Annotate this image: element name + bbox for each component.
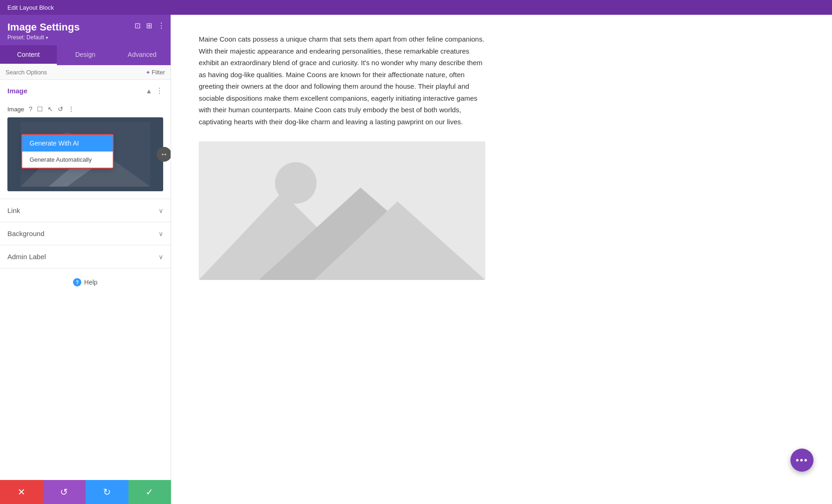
image-section: Image ▲ ⋮ Image ? ☐ ↖ ↺ ⋮ <box>0 80 171 199</box>
image-section-title: Image <box>7 87 27 95</box>
bottom-bar: ✕ ↺ ↻ ✓ <box>0 480 171 504</box>
help-section: ? Help <box>0 268 171 296</box>
columns-icon[interactable]: ⊞ <box>146 21 152 30</box>
image-more-icon[interactable]: ⋮ <box>68 105 74 113</box>
sidebar-header: Image Settings Preset: Default ▾ ⊡ ⊞ ⋮ <box>0 15 171 45</box>
article-text: Maine Coon cats possess a unique charm t… <box>199 33 485 128</box>
expand-icon[interactable]: ⊡ <box>135 21 141 30</box>
tab-advanced[interactable]: Advanced <box>114 45 171 65</box>
top-bar: Edit Layout Block <box>0 0 832 15</box>
main-image-placeholder <box>199 141 485 280</box>
image-section-header[interactable]: Image ▲ ⋮ <box>0 80 171 102</box>
help-circle-icon: ? <box>73 278 81 286</box>
link-chevron-icon: ∨ <box>159 207 163 214</box>
dropdown-menu: Generate With AI Generate Automatically <box>21 134 114 169</box>
admin-label-section-header[interactable]: Admin Label ∨ <box>0 245 171 268</box>
link-section: Link ∨ <box>0 199 171 222</box>
header-icons: ⊡ ⊞ ⋮ <box>135 21 165 30</box>
filter-button[interactable]: + Filter <box>147 69 165 76</box>
background-chevron-icon: ∨ <box>159 230 163 237</box>
tab-content[interactable]: Content <box>0 45 57 65</box>
link-label: Link <box>7 206 20 214</box>
resize-handle[interactable]: ↔ <box>157 147 171 162</box>
admin-label-label: Admin Label <box>7 253 46 261</box>
help-icon[interactable]: ? <box>29 105 32 113</box>
cancel-button[interactable]: ✕ <box>0 480 43 504</box>
more-icon[interactable]: ⋮ <box>158 21 165 30</box>
mobile-icon[interactable]: ☐ <box>37 105 43 113</box>
generate-with-ai-button[interactable]: Generate With AI <box>22 135 113 152</box>
help-label: Help <box>84 279 98 286</box>
image-toolbar: Image ? ☐ ↖ ↺ ⋮ <box>7 105 163 113</box>
image-section-more-icon[interactable]: ⋮ <box>156 86 163 95</box>
background-section: Background ∨ <box>0 222 171 245</box>
sidebar-content: Image ▲ ⋮ Image ? ☐ ↖ ↺ ⋮ <box>0 80 171 504</box>
admin-label-chevron-icon: ∨ <box>159 253 163 261</box>
main-layout: Image Settings Preset: Default ▾ ⊡ ⊞ ⋮ C… <box>0 15 832 504</box>
image-toolbar-label: Image <box>7 106 24 113</box>
undo-button[interactable]: ↺ <box>43 480 86 504</box>
image-section-content: Image ? ☐ ↖ ↺ ⋮ AI ↺ 🗑 <box>0 102 171 199</box>
sidebar-preset[interactable]: Preset: Default ▾ <box>7 34 163 41</box>
tab-design[interactable]: Design <box>57 45 114 65</box>
save-button[interactable]: ✓ <box>128 480 171 504</box>
background-label: Background <box>7 230 44 237</box>
admin-label-section: Admin Label ∨ <box>0 245 171 268</box>
image-section-controls: ▲ ⋮ <box>146 86 163 95</box>
sidebar: Image Settings Preset: Default ▾ ⊡ ⊞ ⋮ C… <box>0 15 171 504</box>
top-bar-title: Edit Layout Block <box>7 4 54 11</box>
select-icon[interactable]: ↖ <box>48 105 53 113</box>
redo-button[interactable]: ↻ <box>86 480 128 504</box>
link-section-header[interactable]: Link ∨ <box>0 199 171 222</box>
collapse-icon[interactable]: ▲ <box>146 87 152 95</box>
search-input[interactable] <box>6 69 143 76</box>
reset-icon[interactable]: ↺ <box>58 105 63 113</box>
generate-automatically-button[interactable]: Generate Automatically <box>22 152 113 168</box>
search-bar: + Filter <box>0 65 171 80</box>
main-content: Maine Coon cats possess a unique charm t… <box>171 15 832 504</box>
image-placeholder-wrapper: AI ↺ 🗑 ⊞ <box>7 117 163 191</box>
main-placeholder-svg <box>199 141 485 280</box>
fab-button[interactable]: ••• <box>790 449 814 472</box>
tabs: Content Design Advanced <box>0 45 171 65</box>
help-button[interactable]: ? Help <box>73 278 98 286</box>
background-section-header[interactable]: Background ∨ <box>0 222 171 245</box>
